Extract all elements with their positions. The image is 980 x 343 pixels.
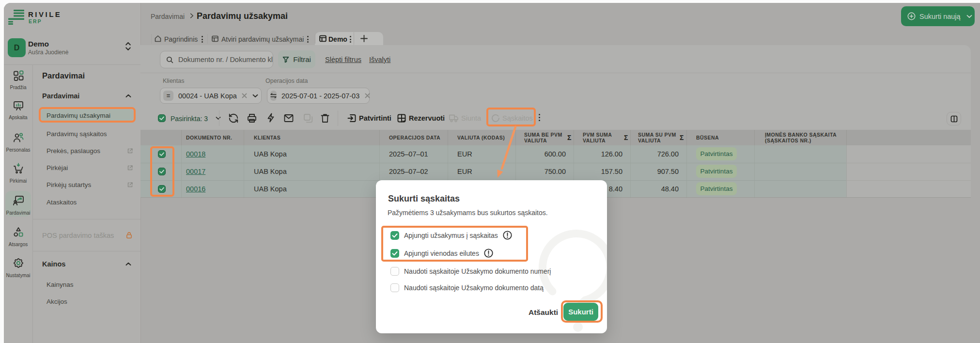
- menu-section-pardavimai[interactable]: Pardavimai: [42, 92, 79, 100]
- divider: [4, 64, 141, 65]
- tab-add-bg: [354, 32, 383, 45]
- chevron-up-icon[interactable]: [125, 262, 131, 266]
- rail-item-atsargos[interactable]: Atsargos: [4, 226, 32, 247]
- select-all-checkbox[interactable]: [158, 114, 166, 122]
- clear-filters-link[interactable]: Išvalyti: [369, 56, 390, 63]
- tab-menu-icon[interactable]: [350, 36, 351, 44]
- hide-filters-link[interactable]: Slėpti filtrus: [325, 56, 361, 63]
- confirm-button[interactable]: Patvirtinti: [359, 114, 391, 122]
- modal-subtitle: Pažymėtiems 3 užsakymams bus sukurtos są…: [388, 209, 548, 217]
- chevron-down-icon[interactable]: [252, 94, 258, 98]
- rail-item-nustatymai[interactable]: Nustatymai: [4, 257, 32, 278]
- tab-atviri-pardavimu-uzsakymai[interactable]: Atviri pardavimų užsakymai: [221, 35, 304, 43]
- search-input[interactable]: Dokumento nr. / Dokumento kli: [160, 51, 273, 68]
- divider: [33, 251, 140, 251]
- tab-demo[interactable]: Demo: [328, 35, 347, 43]
- clear-filter-icon[interactable]: [241, 93, 248, 99]
- refresh-icon[interactable]: [228, 113, 239, 124]
- cell-pvm-suma: 126.00: [574, 150, 622, 158]
- tab-menu-icon[interactable]: [307, 36, 309, 44]
- reserve-grid-icon[interactable]: [397, 113, 406, 123]
- tab-menu-icon[interactable]: [202, 36, 203, 44]
- modal-checkbox-unchecked[interactable]: [390, 283, 399, 292]
- menu-item-label: POS pardavimo taškas: [42, 232, 114, 239]
- confirm-box-icon[interactable]: [347, 113, 357, 123]
- rail-item-apskaita[interactable]: Apskaita: [4, 100, 32, 120]
- reserve-button[interactable]: Rezervuoti: [409, 114, 445, 122]
- dashboard-icon: [13, 70, 24, 81]
- column-settings-button[interactable]: [947, 112, 961, 125]
- sum-icon[interactable]: Σ: [567, 134, 571, 141]
- rail-item-pirkimai[interactable]: Pirkimai: [4, 163, 32, 184]
- rail-item-personalas[interactable]: Personalas: [4, 132, 32, 153]
- breadcrumb-root[interactable]: Pardavimai: [151, 13, 185, 20]
- operacijos-data-filter[interactable]: 2025-07-01 - 2025-07-03: [267, 88, 370, 104]
- doc-link[interactable]: 00018: [186, 150, 205, 158]
- avatar-initial: D: [14, 44, 20, 52]
- add-tab-button[interactable]: [360, 34, 368, 43]
- col-pvm-suma[interactable]: PVM SUMAVALIUTA: [583, 132, 612, 143]
- rail-label: Pardavimai: [4, 210, 32, 216]
- rail-label: Atsargos: [4, 242, 32, 247]
- tab-pagrindinis[interactable]: Pagrindinis: [164, 35, 198, 43]
- cell-suma-su-pvm: 726.00: [630, 150, 679, 158]
- mail-icon[interactable]: [283, 113, 294, 123]
- page-title: Pardavimų užsakymai: [197, 11, 288, 21]
- klientas-filter-value: 00024 - UAB Kopa: [178, 92, 237, 100]
- cancel-button[interactable]: Atšaukti: [529, 308, 558, 317]
- col-suma-be-pvm[interactable]: SUMA BE PVMVALIUTA: [524, 132, 562, 143]
- clear-filter-icon[interactable]: [364, 93, 371, 99]
- col-suma-su-pvm[interactable]: SUMA SU PVMVALIUTA: [638, 132, 676, 143]
- user-company: Demo: [28, 40, 49, 48]
- sum-icon[interactable]: Σ: [624, 134, 628, 141]
- doc-link[interactable]: 00017: [186, 168, 205, 175]
- shipment-button: Siunta: [461, 114, 481, 122]
- trash-icon[interactable]: [320, 113, 330, 124]
- cart-icon: [13, 163, 24, 174]
- selected-count[interactable]: Pasirinkta: 3: [171, 115, 208, 123]
- col-klientas[interactable]: KLIENTAS: [254, 135, 280, 141]
- lightning-icon[interactable]: [265, 112, 276, 123]
- menu-item-kainynas[interactable]: Kainynas: [47, 281, 74, 288]
- menu-item-pardavimu-saskaitos[interactable]: Pardavimų sąskaitos: [47, 130, 107, 138]
- chevron-up-icon[interactable]: [125, 94, 131, 98]
- col-dokumento-nr[interactable]: DOKUMENTO NR.: [186, 135, 233, 141]
- col-operacijos-data[interactable]: OPERACIJOS DATA: [389, 135, 440, 141]
- sum-icon[interactable]: Σ: [680, 134, 684, 141]
- modal-checkbox-label[interactable]: Naudoti sąskaitoje Užsakymo dokumento da…: [404, 284, 544, 292]
- avatar[interactable]: D: [8, 38, 26, 57]
- menu-item-label: Prekės, paslaugos: [47, 147, 100, 155]
- filters-button[interactable]: Filtrai: [278, 50, 315, 68]
- equals-operator-chip[interactable]: =: [163, 91, 173, 101]
- modal-checkbox-unchecked[interactable]: [390, 267, 399, 276]
- doc-link[interactable]: 00016: [186, 185, 205, 193]
- rail-label: Nustatymai: [4, 273, 32, 278]
- menu-item-label: Pirkėjai: [47, 164, 68, 172]
- filter-label-operacijos-data: Operacijos data: [265, 78, 308, 84]
- plus-circle-icon: [907, 12, 916, 20]
- rail-item-pardavimai[interactable]: Pardavimai: [4, 195, 32, 216]
- rail-item-pradzia[interactable]: Pradžia: [4, 70, 32, 90]
- toolbar-more-icon[interactable]: [539, 114, 540, 123]
- divider: [315, 34, 315, 44]
- user-switcher-icon[interactable]: [125, 41, 131, 51]
- menu-section-kainos[interactable]: Kainos: [42, 260, 65, 268]
- modal-checkbox-label[interactable]: Naudoti sąskaitoje Užsakymo dokumento nu…: [404, 267, 551, 275]
- menu-item-pirkeju-sutartys[interactable]: Pirkėjų sutartys: [47, 181, 91, 188]
- print-icon[interactable]: [247, 113, 257, 124]
- menu-item-prekes-paslaugos[interactable]: Prekės, paslaugos: [47, 147, 100, 155]
- menu-item-ataskaitos[interactable]: Ataskaitos: [47, 199, 77, 206]
- menu-item-pirkejai[interactable]: Pirkėjai: [47, 164, 68, 172]
- col-banko-saskaita[interactable]: ĮMONĖS BANKO SĄSKAITA(SĄSKAITOS NR.): [765, 132, 837, 143]
- create-new-button[interactable]: Sukurti naują: [901, 6, 975, 26]
- chevron-down-icon[interactable]: [216, 116, 221, 120]
- divider: [140, 73, 971, 73]
- divider: [207, 34, 208, 44]
- rail-label: Pradžia: [4, 85, 32, 90]
- menu-item-akcijos[interactable]: Akcijos: [47, 298, 67, 305]
- klientas-filter[interactable]: = 00024 - UAB Kopa: [160, 88, 262, 104]
- table-row-filler: [846, 181, 971, 197]
- search-placeholder: Dokumento nr. / Dokumento kli: [178, 56, 273, 63]
- range-operator-chip[interactable]: [270, 91, 277, 101]
- col-busena[interactable]: BŪSENA: [696, 135, 719, 141]
